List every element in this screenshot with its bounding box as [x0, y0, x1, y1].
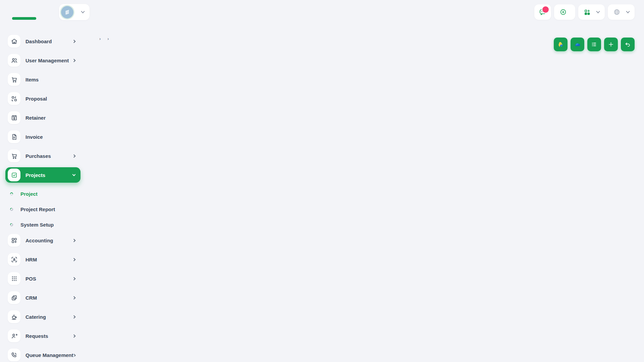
main-content: › › [86, 24, 644, 362]
phone-icon [8, 349, 20, 361]
sidebar-item-requests[interactable]: Requests [5, 328, 80, 344]
cart-icon [8, 149, 20, 162]
list-icon [591, 41, 598, 48]
proposal-icon [8, 92, 20, 105]
sidebar-item-hrm[interactable]: HRM [5, 252, 80, 267]
breadcrumb-separator: › [107, 36, 109, 41]
sidebar-item-label: CRM [25, 295, 73, 301]
google-drive-icon [557, 41, 565, 48]
sidebar-item-label: Proposal [25, 96, 77, 102]
chevron-right-icon [72, 59, 76, 62]
bullet-icon [9, 192, 14, 196]
plus-icon [607, 41, 614, 48]
workspace-building-icon [61, 6, 73, 18]
sidebar-item-retainer[interactable]: Retainer [5, 110, 80, 125]
undo-button[interactable] [621, 38, 635, 51]
logo-accent-bar [12, 17, 36, 20]
sidebar-item-proposal[interactable]: Proposal [5, 91, 80, 106]
crm-icon [8, 291, 20, 304]
bullet-icon [9, 207, 14, 212]
sidebar-subitem-label: Project Report [20, 206, 55, 212]
sidebar-subitem-project-report[interactable]: Project Report [10, 202, 80, 217]
chevron-right-icon [72, 40, 76, 43]
chevron-right-icon [72, 154, 76, 158]
page-toolbar [554, 38, 635, 51]
breadcrumb: › › [96, 36, 112, 41]
pos-icon [8, 272, 20, 285]
sidebar-item-label: Dashboard [25, 39, 73, 44]
catering-icon [8, 310, 20, 323]
chevron-right-icon [72, 239, 76, 242]
globe-icon [613, 8, 621, 16]
accounting-icon [8, 234, 20, 247]
sidebar-item-accounting[interactable]: Accounting [5, 233, 80, 248]
sidebar-item-purchases[interactable]: Purchases [5, 148, 80, 164]
language-dropdown[interactable] [608, 4, 635, 20]
sidebar-subitem-system-setup[interactable]: System Setup [10, 217, 80, 232]
plus-circle-icon [559, 8, 567, 16]
hrm-icon [8, 253, 20, 266]
grid-plus-icon [584, 9, 591, 16]
chevron-right-icon [72, 296, 76, 299]
sidebar-item-label: Invoice [25, 134, 77, 140]
sidebar-item-crm[interactable]: CRM [5, 290, 80, 305]
sidebar-item-label: Catering [25, 314, 73, 320]
sidebar-subitem-label: System Setup [20, 222, 54, 228]
sidebar-item-label: User Management [25, 58, 73, 63]
messages-button[interactable] [534, 4, 551, 20]
home-icon [8, 35, 20, 48]
sidebar-item-catering[interactable]: Catering [5, 309, 80, 324]
list-button[interactable] [587, 38, 601, 51]
page-header: › › [96, 32, 644, 51]
sidebar-item-label: POS [25, 276, 73, 282]
onedrive-button[interactable] [571, 38, 584, 51]
workspace-selector[interactable] [59, 4, 90, 20]
chevron-right-icon [72, 315, 76, 318]
sidebar-item-projects[interactable]: Projects [5, 167, 80, 183]
header-actions [534, 4, 635, 20]
chevron-right-icon [72, 277, 76, 280]
onedrive-icon [574, 41, 582, 49]
chevron-right-icon [72, 334, 76, 338]
sidebar-subitem-label: Project [20, 191, 38, 197]
sidebar-item-label: HRM [25, 257, 73, 262]
chevron-down-icon [81, 9, 85, 13]
cart-icon [8, 73, 20, 86]
sidebar-item-label: Accounting [25, 238, 73, 243]
bullet-icon [9, 223, 14, 227]
breadcrumb-separator: › [99, 36, 101, 41]
sidebar-subitem-project[interactable]: Project [10, 186, 80, 201]
invoice-icon [8, 130, 20, 143]
sidebar-item-label: Requests [25, 333, 73, 339]
sidebar-item-label: Queue Management [25, 352, 73, 358]
sidebar-item-user-management[interactable]: User Management [5, 53, 80, 68]
users-icon [8, 54, 20, 67]
chevron-right-icon [72, 258, 76, 261]
messages-count-badge [542, 6, 549, 13]
sidebar-item-label: Purchases [25, 153, 73, 159]
apps-dropdown[interactable] [578, 4, 605, 20]
sidebar-item-label: Items [25, 77, 77, 82]
sidebar-item-invoice[interactable]: Invoice [5, 129, 80, 144]
create-workspace-button[interactable] [554, 4, 575, 20]
plus-button[interactable] [604, 38, 618, 51]
retainer-icon [8, 111, 20, 124]
sidebar-item-dashboard[interactable]: Dashboard [5, 34, 80, 49]
user-plus-icon [8, 329, 20, 342]
google-drive-button[interactable] [554, 38, 568, 51]
chevron-down-icon [72, 173, 76, 176]
sidebar-item-pos[interactable]: POS [5, 271, 80, 286]
chevron-down-icon [626, 9, 630, 13]
sidebar-item-items[interactable]: Items [5, 72, 80, 87]
sidebar-item-label: Projects [25, 172, 73, 178]
sidebar-item-queue-management[interactable]: Queue Management [5, 347, 80, 362]
sidebar-item-label: Retainer [25, 115, 77, 121]
project-check-icon [8, 169, 20, 181]
top-header [0, 0, 644, 24]
undo-icon [624, 41, 631, 48]
chevron-down-icon [596, 9, 600, 13]
sidebar-nav: DashboardUser ManagementItemsProposalRet… [0, 24, 86, 362]
